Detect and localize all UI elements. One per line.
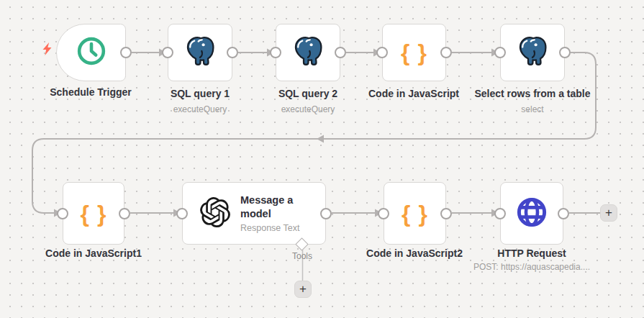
node-subtitle: Response Text [240, 223, 312, 233]
node-subtitle: executeQuery [281, 104, 335, 114]
openai-icon [200, 197, 230, 230]
add-node-button[interactable]: + [600, 204, 617, 222]
output-port[interactable] [440, 47, 452, 58]
input-port[interactable] [376, 47, 388, 58]
node-http-request[interactable] [500, 182, 563, 245]
input-port[interactable] [270, 47, 281, 58]
output-port[interactable] [559, 47, 571, 58]
input-port[interactable] [494, 208, 506, 219]
node-label: Select rows from a table [474, 88, 590, 99]
output-port[interactable] [227, 47, 238, 58]
node-label: Code in JavaScript1 [45, 247, 142, 259]
add-tool-button[interactable]: + [294, 281, 312, 298]
input-port[interactable] [57, 208, 68, 219]
tools-port-label: Tools [292, 251, 312, 261]
node-label: SQL query 1 [171, 88, 230, 99]
postgres-elephant-icon [291, 35, 325, 71]
node-sql-query-1[interactable] [168, 24, 232, 81]
lightning-bolt-icon [42, 42, 53, 58]
output-port[interactable] [320, 208, 332, 219]
node-label: Code in JavaScript [368, 88, 459, 99]
output-port[interactable] [440, 208, 452, 219]
node-subtitle: select [521, 104, 543, 114]
node-select-rows-from-a-table[interactable] [500, 24, 565, 81]
globe-icon [514, 195, 549, 232]
node-label: Schedule Trigger [50, 86, 132, 98]
node-sql-query-2[interactable] [276, 24, 340, 81]
node-message-a-model[interactable]: Message a model Response Text [182, 182, 326, 245]
node-title: Message a model [240, 194, 312, 221]
node-label: SQL query 2 [278, 88, 337, 99]
node-subtitle: POST: https://aquascapedia.... [473, 262, 590, 272]
input-port[interactable] [378, 208, 389, 219]
node-code-in-javascript[interactable]: { } [382, 24, 446, 81]
input-port[interactable] [162, 47, 173, 58]
postgres-elephant-icon [516, 35, 549, 71]
code-braces-icon: { } [81, 202, 107, 225]
node-code-in-javascript2[interactable]: { } [384, 182, 446, 245]
arrowhead [317, 135, 324, 143]
input-port[interactable] [176, 208, 188, 219]
node-label: Code in JavaScript2 [366, 247, 463, 259]
output-port[interactable] [558, 208, 569, 219]
output-port[interactable] [119, 208, 130, 219]
code-braces-icon: { } [401, 41, 427, 64]
node-schedule-trigger[interactable] [56, 24, 126, 81]
node-label: HTTP Request [497, 247, 566, 259]
node-subtitle: executeQuery [173, 104, 227, 114]
output-port[interactable] [335, 47, 346, 58]
input-port[interactable] [494, 47, 506, 58]
output-port[interactable] [120, 47, 132, 58]
node-code-in-javascript1[interactable]: { } [63, 182, 124, 245]
code-braces-icon: { } [402, 202, 428, 225]
workflow-canvas[interactable]: Schedule Trigger SQL query 1 executeQuer… [0, 0, 644, 318]
postgres-elephant-icon [183, 35, 217, 71]
clock-icon [76, 35, 107, 70]
